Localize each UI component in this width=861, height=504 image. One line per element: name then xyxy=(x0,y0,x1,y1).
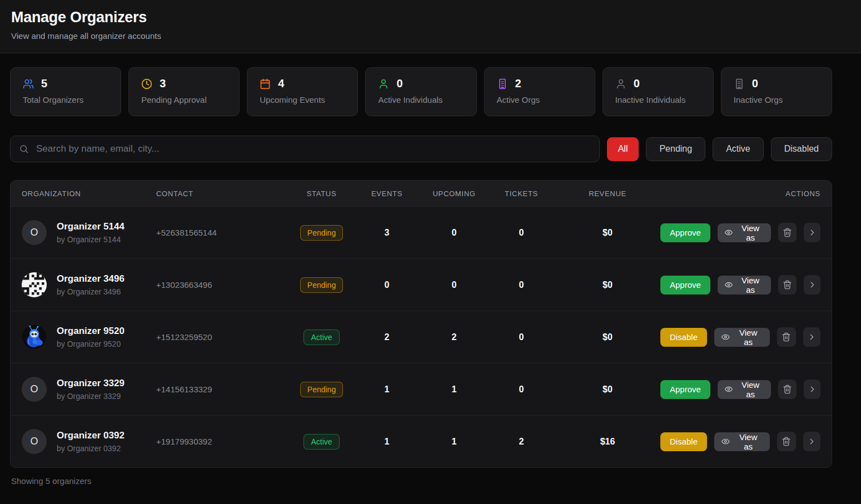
disable-button[interactable]: Disable xyxy=(660,432,707,451)
avatar: O xyxy=(22,377,47,402)
row-details-button[interactable] xyxy=(803,327,820,347)
chevron-right-icon xyxy=(807,332,817,342)
view-as-button[interactable]: View as xyxy=(714,328,770,347)
organizer-name: Organizer 5144 xyxy=(57,221,125,232)
eye-icon xyxy=(725,385,733,393)
search-filter-row: All Pending Active Disabled xyxy=(10,136,832,162)
building-icon xyxy=(497,78,508,89)
tickets-count: 0 xyxy=(488,332,555,342)
chevron-right-icon xyxy=(808,280,817,290)
contact-phone: +19179930392 xyxy=(156,437,290,446)
approve-button[interactable]: Approve xyxy=(660,223,710,242)
row-details-button[interactable] xyxy=(804,275,820,295)
status-badge: Pending xyxy=(300,277,343,293)
stat-card: 5 Total Organizers xyxy=(10,67,121,116)
row-details-button[interactable] xyxy=(803,432,820,451)
revenue-value: $0 xyxy=(555,385,660,395)
status-badge: Pending xyxy=(300,382,343,397)
trash-icon xyxy=(783,280,792,290)
building-icon xyxy=(734,78,745,89)
organizer-by: by Organizer 3496 xyxy=(57,287,125,296)
organizer-by: by Organizer 9520 xyxy=(57,340,125,348)
organizer-name: Organizer 0392 xyxy=(57,430,125,441)
delete-button[interactable] xyxy=(777,327,796,347)
user-icon xyxy=(378,78,389,89)
main-content: 5 Total Organizers 3 Pending Approval 4 … xyxy=(10,67,832,486)
view-as-button[interactable]: View as xyxy=(714,432,770,451)
eye-icon xyxy=(721,437,730,446)
filter-button-active[interactable]: Active xyxy=(713,137,764,161)
upcoming-count: 1 xyxy=(420,437,488,447)
disable-button[interactable]: Disable xyxy=(660,328,707,347)
chevron-right-icon xyxy=(808,385,817,394)
search-icon xyxy=(19,144,29,154)
stat-card: 3 Pending Approval xyxy=(128,67,240,116)
trash-icon xyxy=(783,385,792,394)
contact-phone: +15123259520 xyxy=(156,332,290,342)
delete-button[interactable] xyxy=(778,380,797,399)
view-as-button[interactable]: View as xyxy=(718,223,771,242)
trash-icon xyxy=(783,228,792,237)
clock-icon xyxy=(141,78,152,89)
table-row: Organizer 9520 by Organizer 9520 +151232… xyxy=(11,311,832,363)
approve-button[interactable]: Approve xyxy=(660,276,710,295)
revenue-value: $0 xyxy=(555,332,660,342)
view-as-button[interactable]: View as xyxy=(718,380,771,399)
stat-value: 5 xyxy=(41,77,47,90)
events-count: 2 xyxy=(354,332,420,342)
stat-label: Pending Approval xyxy=(141,95,229,104)
col-header-events: EVENTS xyxy=(354,189,420,198)
table-row: O xyxy=(11,363,832,415)
search-input[interactable] xyxy=(36,143,591,154)
col-header-status: STATUS xyxy=(290,189,354,198)
col-header-upcoming: UPCOMING xyxy=(420,189,488,198)
delete-button[interactable] xyxy=(778,275,797,295)
col-header-actions: ACTIONS xyxy=(660,189,820,198)
user-icon xyxy=(615,78,626,89)
stat-label: Active Orgs xyxy=(497,95,585,104)
search-box xyxy=(10,136,600,162)
organizers-table: ORGANIZATION CONTACT STATUS EVENTS UPCOM… xyxy=(10,180,832,468)
revenue-value: $16 xyxy=(555,437,660,447)
filter-button-pending[interactable]: Pending xyxy=(646,137,705,161)
table-header-row: ORGANIZATION CONTACT STATUS EVENTS UPCOM… xyxy=(11,181,832,206)
calendar-icon xyxy=(260,78,271,89)
table-footer: Showing 5 organizers xyxy=(11,476,832,486)
delete-button[interactable] xyxy=(777,432,796,451)
trash-icon xyxy=(782,437,791,446)
organizer-name: Organizer 9520 xyxy=(57,326,125,337)
table-row: O xyxy=(11,206,832,258)
filter-button-disabled[interactable]: Disabled xyxy=(771,137,832,161)
view-as-label: View as xyxy=(737,380,764,399)
approve-button[interactable]: Approve xyxy=(660,380,710,399)
status-badge: Active xyxy=(303,434,339,450)
avatar xyxy=(22,325,47,350)
view-as-button[interactable]: View as xyxy=(718,276,771,295)
filter-button-all[interactable]: All xyxy=(607,137,639,161)
upcoming-count: 0 xyxy=(420,280,488,290)
contact-phone: +526381565144 xyxy=(156,228,290,237)
chevron-right-icon xyxy=(808,228,817,237)
col-header-tickets: TICKETS xyxy=(488,189,555,198)
eye-icon xyxy=(721,333,730,341)
stat-value: 2 xyxy=(515,77,521,90)
col-header-contact: CONTACT xyxy=(156,189,290,198)
eye-icon xyxy=(725,228,733,237)
upcoming-count: 2 xyxy=(420,332,488,342)
stat-value: 3 xyxy=(160,77,166,90)
events-count: 1 xyxy=(354,385,420,395)
row-details-button[interactable] xyxy=(804,380,820,399)
stat-label: Active Individuals xyxy=(378,95,466,104)
row-details-button[interactable] xyxy=(804,223,820,242)
delete-button[interactable] xyxy=(778,223,797,242)
tickets-count: 2 xyxy=(488,437,555,447)
view-as-label: View as xyxy=(734,328,763,347)
chevron-right-icon xyxy=(807,437,817,446)
avatar xyxy=(22,272,47,297)
trash-icon xyxy=(782,332,791,342)
col-header-organization: ORGANIZATION xyxy=(22,189,156,198)
avatar-letter: O xyxy=(30,227,38,238)
avatar-letter: O xyxy=(30,383,38,395)
stat-card: 4 Upcoming Events xyxy=(247,67,358,116)
revenue-value: $0 xyxy=(555,228,660,238)
